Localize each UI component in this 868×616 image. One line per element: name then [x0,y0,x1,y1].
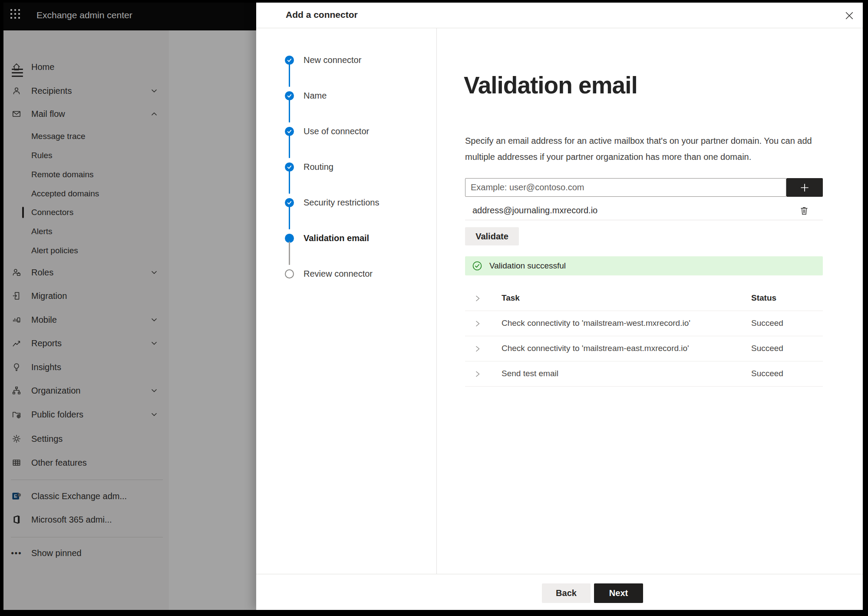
table-row[interactable]: Check connectivity to 'mailstream-east.m… [465,336,823,361]
status-cell: Succeed [751,344,783,353]
step-connector-line [289,135,290,158]
expand-row-chevron[interactable] [475,320,481,327]
step-upcoming-icon [285,269,294,278]
step-connector-line [289,242,290,265]
page-heading: Validation email [464,71,637,99]
back-button[interactable]: Back [542,583,591,603]
close-icon [845,11,854,20]
footer-divider [256,574,863,574]
step-connector-line [289,63,290,87]
step-routing[interactable]: Routing [285,160,333,174]
delete-address-button[interactable] [799,205,810,216]
added-address: address@journaling.mxrecord.io [472,205,597,215]
task-column-header: Task [502,293,520,303]
results-table-header: Task Status [465,286,823,311]
add-connector-panel: Add a connector New connector Name Use o… [256,3,863,610]
steps-content-divider [436,28,437,574]
step-use-of-connector[interactable]: Use of connector [285,124,369,138]
step-connector-line [289,206,290,229]
status-cell: Succeed [751,318,783,328]
validation-description: Specify an email address for an active m… [465,133,812,165]
table-row[interactable]: Send test email Succeed [465,361,823,387]
added-address-row: address@journaling.mxrecord.io [465,201,823,220]
task-cell: Check connectivity to 'mailstream-east.m… [502,344,689,353]
status-cell: Succeed [751,369,783,378]
expand-row-chevron[interactable] [475,371,481,378]
screen: Exchange admin center Home Recipients Ma… [0,0,868,616]
trash-icon [799,205,809,216]
success-message: Validation successful [489,261,566,271]
panel-title: Add a connector [286,10,358,20]
add-address-button[interactable] [786,178,823,197]
close-button[interactable] [843,10,855,22]
step-new-connector[interactable]: New connector [285,53,361,67]
step-review-connector[interactable]: Review connector [285,267,373,281]
panel-header-divider [256,28,863,28]
validation-success-banner: Validation successful [465,256,823,275]
next-button[interactable]: Next [594,583,643,603]
step-security-restrictions[interactable]: Security restrictions [285,195,380,209]
success-check-icon [472,261,482,271]
step-validation-email[interactable]: Validation email [285,231,369,245]
step-connector-line [289,170,290,194]
validate-button[interactable]: Validate [465,227,519,245]
step-connector-line [289,99,290,123]
task-cell: Send test email [502,369,558,378]
task-cell: Check connectivity to 'mailstream-west.m… [502,318,690,328]
email-address-input[interactable] [465,178,786,197]
plus-icon [799,182,810,193]
table-row[interactable]: Check connectivity to 'mailstream-west.m… [465,311,823,336]
status-column-header: Status [751,293,776,303]
expand-row-chevron[interactable] [475,345,481,352]
step-name[interactable]: Name [285,89,327,103]
expand-all-chevron[interactable] [475,295,481,302]
